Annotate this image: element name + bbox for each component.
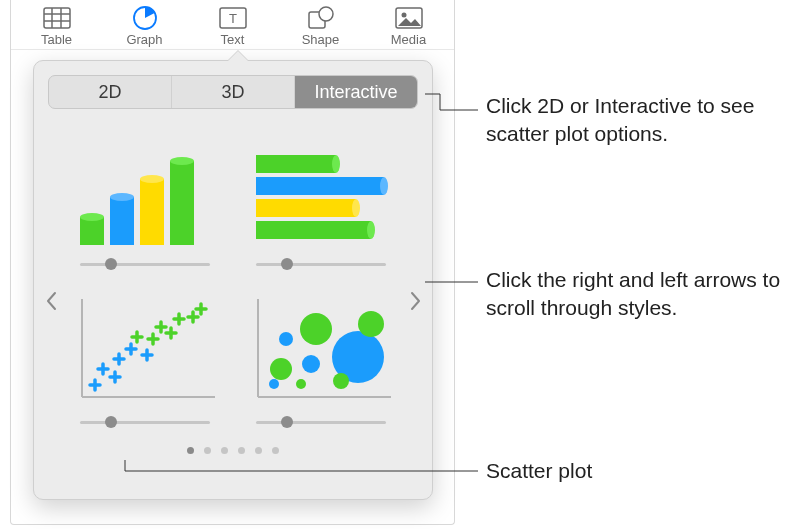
style-slider[interactable]	[80, 259, 210, 269]
page-dot[interactable]	[238, 447, 245, 454]
svg-point-32	[270, 358, 292, 380]
tool-label: Graph	[126, 32, 162, 47]
svg-point-11	[401, 13, 406, 18]
callout-segments: Click 2D or Interactive to see scatter p…	[486, 92, 796, 149]
svg-rect-15	[170, 161, 194, 245]
svg-rect-12	[80, 217, 104, 245]
graph-picker-popover: 2D 3D Interactive	[33, 60, 433, 500]
svg-point-19	[170, 157, 194, 165]
media-icon	[395, 6, 423, 30]
bar-chart-thumb[interactable]	[244, 131, 398, 269]
column-chart-icon	[70, 131, 220, 251]
svg-rect-22	[256, 199, 356, 217]
table-tool[interactable]: Table	[28, 6, 86, 47]
graph-icon	[131, 6, 159, 30]
segment-interactive[interactable]: Interactive	[295, 76, 417, 108]
scatter-plot-thumb[interactable]	[68, 289, 222, 427]
svg-rect-20	[256, 155, 336, 173]
chart-mode-segmented-control: 2D 3D Interactive	[48, 75, 418, 109]
page-dot[interactable]	[204, 447, 211, 454]
tool-label: Text	[221, 32, 245, 47]
svg-rect-14	[140, 179, 164, 245]
svg-point-40	[333, 373, 349, 389]
page-indicator	[48, 447, 418, 454]
bubble-chart-icon	[246, 289, 396, 409]
media-tool[interactable]: Media	[380, 6, 438, 47]
svg-text:T: T	[229, 11, 237, 26]
svg-point-9	[319, 7, 333, 21]
tool-label: Media	[391, 32, 426, 47]
svg-point-36	[269, 379, 279, 389]
svg-point-18	[140, 175, 164, 183]
style-slider[interactable]	[256, 259, 386, 269]
toolbar: Table Graph T Text Shape Media	[11, 0, 454, 50]
callout-scatter: Scatter plot	[486, 457, 592, 485]
app-window: Table Graph T Text Shape Media	[10, 0, 455, 525]
svg-point-17	[110, 193, 134, 201]
scatter-plot-icon	[70, 289, 220, 409]
table-icon	[43, 6, 71, 30]
svg-point-24	[332, 155, 340, 173]
svg-rect-23	[256, 221, 371, 239]
segment-2d[interactable]: 2D	[49, 76, 172, 108]
style-slider[interactable]	[256, 417, 386, 427]
segment-3d[interactable]: 3D	[172, 76, 295, 108]
page-dot[interactable]	[272, 447, 279, 454]
page-dot[interactable]	[221, 447, 228, 454]
svg-point-39	[358, 311, 384, 337]
svg-point-25	[380, 177, 388, 195]
tool-label: Shape	[302, 32, 340, 47]
svg-point-33	[300, 313, 332, 345]
style-slider[interactable]	[80, 417, 210, 427]
svg-point-27	[367, 221, 375, 239]
callout-arrows: Click the right and left arrows to scrol…	[486, 266, 796, 323]
next-styles-arrow[interactable]	[406, 281, 424, 321]
prev-styles-arrow[interactable]	[42, 281, 60, 321]
text-tool[interactable]: T Text	[204, 6, 262, 47]
svg-rect-13	[110, 197, 134, 245]
shape-icon	[307, 6, 335, 30]
page-dot[interactable]	[187, 447, 194, 454]
page-dot[interactable]	[255, 447, 262, 454]
tool-label: Table	[41, 32, 72, 47]
svg-point-35	[302, 355, 320, 373]
svg-point-37	[296, 379, 306, 389]
svg-point-16	[80, 213, 104, 221]
text-icon: T	[219, 6, 247, 30]
column-chart-thumb[interactable]	[68, 131, 222, 269]
bubble-chart-thumb[interactable]	[244, 289, 398, 427]
svg-point-34	[279, 332, 293, 346]
chart-thumbnail-grid	[68, 131, 398, 427]
bar-chart-icon	[246, 131, 396, 251]
svg-point-26	[352, 199, 360, 217]
svg-rect-21	[256, 177, 384, 195]
graph-tool[interactable]: Graph	[116, 6, 174, 47]
svg-rect-0	[44, 8, 70, 28]
shape-tool[interactable]: Shape	[292, 6, 350, 47]
